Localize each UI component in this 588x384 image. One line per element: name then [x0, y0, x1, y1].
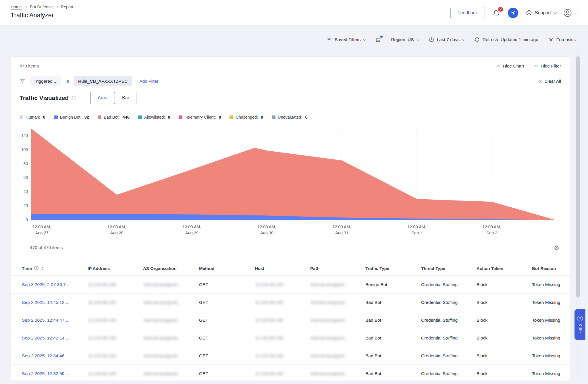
cell-path: internal-assigned...: [310, 311, 365, 329]
cell-bot_reason: Token Missing: [532, 365, 570, 381]
chevron-right-icon: [24, 6, 27, 8]
help-label: Help: [578, 324, 583, 333]
breadcrumb: Home Bot Defense Report: [11, 5, 73, 9]
region-selector[interactable]: Region: US: [391, 37, 419, 42]
sort-arrows-icon[interactable]: [41, 267, 43, 270]
y-axis-label: 40: [15, 189, 28, 194]
legend-count: 0: [219, 115, 221, 119]
cell-time: Sep 2 2025, 12:45:12....: [11, 294, 88, 311]
cell-host: 10.125.85.245: [255, 329, 310, 347]
refresh-button[interactable]: Refresh: Updated 1 min ago: [474, 37, 538, 43]
bot_reason-value: Token Missing: [532, 282, 560, 287]
legend-item[interactable]: Human: 0: [20, 115, 45, 119]
column-header-host: Host: [255, 261, 310, 276]
save-filter-button[interactable]: [375, 37, 381, 43]
clear-all-button[interactable]: × Clear All: [539, 79, 561, 84]
time-value[interactable]: Sep 2 2025, 12:32:59....: [22, 371, 69, 376]
legend-swatch: [54, 115, 58, 119]
view-toggle-bar-button[interactable]: Bar: [115, 92, 137, 104]
y-axis-label: 0: [15, 217, 28, 222]
time-value[interactable]: Sep 2 2025, 12:44:47....: [22, 318, 69, 323]
chevron-down-icon: [554, 11, 557, 14]
support-label: Support: [535, 10, 551, 16]
threat_type-value: Credential Stuffing: [421, 318, 458, 323]
chart-view-toggle: Area Bar: [90, 92, 137, 104]
table-body: Sep 3 2025, 2:07:36.7...10.125.85.245int…: [11, 276, 570, 381]
time-value[interactable]: Sep 3 2025, 2:07:36.7...: [22, 282, 69, 287]
cell-bot_reason: Token Missing: [532, 329, 570, 347]
filter-field-chip[interactable]: Triggered ...: [30, 76, 61, 86]
info-icon[interactable]: ⓘ: [34, 265, 39, 271]
help-tab[interactable]: ? Help: [574, 309, 585, 340]
column-header-time[interactable]: Timeⓘ: [11, 261, 88, 276]
legend-count: 448: [123, 115, 130, 119]
time-value[interactable]: Sep 2 2025, 12:34:46....: [22, 353, 69, 358]
host-value: 10.125.85.245: [255, 335, 283, 340]
ip-value: 10.125.85.245: [88, 300, 116, 305]
legend-item[interactable]: Allowlisted: 0: [138, 115, 170, 119]
time-value[interactable]: Sep 2 2025, 12:42:14....: [22, 335, 69, 340]
chevron-down-icon: [462, 38, 465, 41]
path-value: internal-assigned...: [310, 318, 348, 323]
threat_type-value: Credential Stuffing: [421, 353, 458, 358]
cell-as_org: internal-assigned...: [143, 347, 199, 365]
legend-swatch: [98, 115, 101, 119]
legend-item[interactable]: Unevaluated: 0: [272, 115, 308, 119]
table-row: Sep 2 2025, 12:32:59....10.125.85.245int…: [11, 365, 570, 381]
cell-ip: 10.125.85.245: [88, 276, 143, 294]
hide-filter-button[interactable]: Hide Filter: [535, 63, 561, 69]
chevron-up-icon: [496, 65, 500, 68]
scrollbar-thumb[interactable]: [576, 56, 580, 298]
threat_type-value: Credential Stuffing: [421, 282, 458, 287]
table-row: Sep 2 2025, 12:44:47....10.125.85.245int…: [11, 311, 570, 329]
breadcrumb-bot-defense-link[interactable]: Bot Defense: [30, 5, 53, 9]
time-range-selector[interactable]: Last 7 days: [429, 37, 464, 43]
account-menu[interactable]: [563, 9, 576, 17]
chart-plot[interactable]: [31, 128, 556, 220]
bot_reason-value: Token Missing: [532, 300, 560, 305]
as_org-value: internal-assigned...: [143, 282, 181, 287]
column-header-bot_reason: Bot Reason: [532, 261, 570, 276]
y-axis-label: 20: [15, 203, 28, 208]
filter-value-chip[interactable]: Rule_CB_AFXXXTZPEC: [74, 76, 132, 86]
add-filter-link[interactable]: Add Filter: [139, 79, 158, 84]
traffic_type-value: Bad Bot: [365, 371, 381, 376]
saved-filters-button[interactable]: Saved Filters: [326, 37, 365, 43]
legend-item[interactable]: Telemetry Client: 0: [179, 115, 221, 119]
breadcrumb-home-link[interactable]: Home: [11, 5, 22, 9]
column-label: Method: [199, 266, 214, 271]
traffic-area-chart: [31, 128, 556, 220]
cell-action_taken: Block: [477, 311, 532, 329]
action_taken-value: Block: [477, 353, 487, 358]
x-axis-label: 12:00 AM, Aug 29: [167, 224, 216, 236]
forensics-button[interactable]: Forensics: [548, 37, 576, 43]
legend-item[interactable]: Bad Bot: 448: [98, 115, 130, 119]
ai-assistant-button[interactable]: [508, 8, 518, 18]
legend-label: Human:: [26, 115, 40, 119]
legend-swatch: [179, 115, 182, 119]
action_taken-value: Block: [477, 335, 487, 340]
chevron-up-icon: [535, 65, 538, 68]
cell-traffic_type: Bad Bot: [365, 329, 421, 347]
notifications-button[interactable]: 2: [492, 9, 500, 17]
method-value: GET: [199, 353, 208, 358]
support-menu[interactable]: Support: [526, 9, 556, 16]
feedback-button[interactable]: Feedback: [450, 7, 485, 19]
legend-item[interactable]: Challenged: 0: [230, 115, 263, 119]
cell-time: Sep 2 2025, 12:34:46....: [11, 347, 88, 365]
cell-threat_type: Credential Stuffing: [421, 294, 477, 311]
area-series-bad-bot: [31, 128, 556, 220]
legend-label: Telemetry Client:: [185, 115, 216, 119]
host-value: 10.125.85.245: [255, 282, 283, 287]
legend-item[interactable]: Benign Bot: 32: [54, 115, 89, 119]
time-value[interactable]: Sep 2 2025, 12:45:12....: [22, 300, 69, 305]
help-question-icon: ?: [577, 316, 583, 321]
info-icon[interactable]: ⓘ: [72, 95, 76, 101]
table-settings-gear-icon[interactable]: ⚙: [554, 245, 559, 251]
chevron-right-icon: [55, 6, 58, 8]
hide-chart-button[interactable]: Hide Chart: [498, 63, 524, 69]
clear-all-label: Clear All: [544, 79, 561, 84]
view-toggle-area-button[interactable]: Area: [90, 92, 115, 104]
as_org-value: internal-assigned...: [143, 353, 181, 358]
legend-label: Unevaluated:: [278, 115, 302, 119]
